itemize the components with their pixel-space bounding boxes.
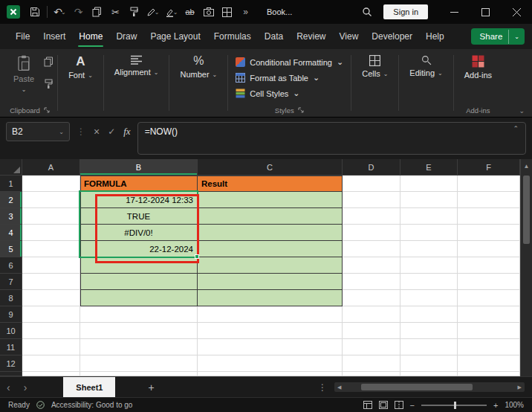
tab-formulas[interactable]: Formulas [207, 25, 258, 48]
horizontal-scrollbar[interactable]: ◀ ▶ [334, 382, 525, 392]
tabbar-kebab-icon[interactable]: ⋮ [311, 382, 334, 393]
cell-C2[interactable] [198, 192, 343, 208]
addins-button[interactable]: Add-ins [458, 54, 499, 81]
tab-page-layout[interactable]: Page Layout [143, 25, 207, 48]
paste-button[interactable]: Paste ⌄ [7, 54, 41, 94]
sheet-nav-right-icon[interactable]: › [17, 382, 34, 393]
page-break-view-icon[interactable] [395, 401, 403, 409]
cell-E1[interactable] [400, 176, 458, 192]
sign-in-button[interactable]: Sign in [383, 4, 428, 19]
cell-A4[interactable] [22, 225, 80, 241]
cell-F3[interactable] [458, 208, 520, 225]
sheet-nav-left-icon[interactable]: ‹ [0, 382, 17, 393]
format-as-table-button[interactable]: Format as Table ⌄ [232, 71, 323, 85]
cell-A7[interactable] [22, 274, 80, 290]
row-header-4[interactable]: 4 [0, 225, 22, 241]
column-header-A[interactable]: A [22, 159, 80, 176]
cell-B4[interactable]: #DIV/0! [80, 225, 198, 241]
zoom-level[interactable]: 100% [505, 401, 524, 409]
highlighter-icon[interactable]: ⌄ [162, 2, 181, 22]
column-header-D[interactable]: D [343, 159, 400, 176]
clipboard-dialog-launcher-icon[interactable] [44, 107, 51, 114]
page-layout-view-icon[interactable] [379, 401, 388, 409]
borders-icon[interactable] [218, 2, 236, 22]
number-menu-button[interactable]: % Number⌄ [173, 54, 224, 80]
add-sheet-button[interactable]: + [148, 382, 154, 393]
cell-D8[interactable] [343, 290, 400, 306]
cell-F6[interactable] [458, 257, 520, 274]
sheet-tab-sheet1[interactable]: Sheet1 [63, 377, 115, 397]
excel-logo[interactable] [7, 5, 20, 19]
conditional-formatting-button[interactable]: Conditional Formatting ⌄ [232, 55, 347, 69]
cell-C4[interactable] [198, 225, 343, 241]
cell-E4[interactable] [400, 225, 458, 241]
close-button[interactable] [501, 0, 532, 24]
draw-pen-icon[interactable]: ⌄ [143, 2, 162, 22]
cell-E8[interactable] [400, 290, 458, 306]
tab-help[interactable]: Help [419, 25, 451, 48]
horizontal-scroll-thumb[interactable] [361, 384, 473, 390]
cell-D2[interactable] [343, 192, 400, 208]
cell-D5[interactable] [343, 241, 400, 257]
enter-icon[interactable]: ✓ [108, 126, 115, 137]
cell-C6[interactable] [198, 257, 343, 274]
copy-icon[interactable] [88, 2, 106, 22]
undo-icon[interactable]: ↶⌄ [51, 2, 69, 22]
camera-icon[interactable] [199, 2, 218, 22]
cell-F11[interactable] [458, 339, 520, 355]
tab-home[interactable]: Home [72, 25, 109, 48]
row-header-1[interactable]: 1 [0, 176, 22, 192]
insert-function-button[interactable]: fx [123, 126, 130, 138]
zoom-slider-thumb[interactable] [454, 402, 456, 409]
cell-B9[interactable] [80, 306, 198, 323]
tab-draw[interactable]: Draw [109, 25, 143, 48]
tab-review[interactable]: Review [290, 25, 332, 48]
select-all-button[interactable] [0, 159, 22, 176]
cell-C1[interactable]: Result [198, 176, 343, 192]
cell-B11[interactable] [80, 339, 198, 355]
cell-C10[interactable] [198, 323, 343, 339]
cell-B1[interactable]: FORMULA [80, 176, 198, 192]
cell-E2[interactable] [400, 192, 458, 208]
cell-A2[interactable] [22, 192, 80, 208]
save-icon[interactable] [25, 2, 44, 22]
cell-D3[interactable] [343, 208, 400, 225]
cell-F4[interactable] [458, 225, 520, 241]
row-header-5[interactable]: 5 [0, 241, 22, 257]
cell-A5[interactable] [22, 241, 80, 257]
cell-C5[interactable] [198, 241, 343, 257]
quick-access-overflow-icon[interactable]: » [236, 2, 255, 22]
name-box[interactable]: B2 ⌄ [6, 122, 70, 141]
cell-A10[interactable] [22, 323, 80, 339]
row-header-10[interactable]: 10 [0, 323, 22, 339]
cell-D6[interactable] [343, 257, 400, 274]
minimize-button[interactable] [438, 0, 470, 24]
name-box-chevron-icon[interactable]: ⌄ [59, 129, 64, 135]
column-header-F[interactable]: F [458, 159, 520, 176]
cell-B10[interactable] [80, 323, 198, 339]
cell-C3[interactable] [198, 208, 343, 225]
column-header-B[interactable]: B [80, 159, 198, 176]
cell-styles-button[interactable]: Cell Styles ⌄ [232, 86, 303, 100]
strikethrough-icon[interactable]: ab [181, 2, 199, 22]
cell-B6[interactable] [80, 257, 198, 274]
row-header-3[interactable]: 3 [0, 208, 22, 225]
cell-F5[interactable] [458, 241, 520, 257]
cell-A6[interactable] [22, 257, 80, 274]
scroll-up-icon[interactable]: ▲ [521, 159, 532, 173]
cancel-icon[interactable]: × [94, 126, 100, 138]
accessibility-status[interactable]: Accessibility: Good to go [51, 401, 133, 409]
row-header-12[interactable]: 12 [0, 355, 22, 372]
cell-F10[interactable] [458, 323, 520, 339]
cell-C7[interactable] [198, 274, 343, 290]
cell-D12[interactable] [343, 355, 400, 372]
row-header-9[interactable]: 9 [0, 306, 22, 323]
cell-E9[interactable] [400, 306, 458, 323]
tab-data[interactable]: Data [258, 25, 290, 48]
cell-C11[interactable] [198, 339, 343, 355]
cell-A12[interactable] [22, 355, 80, 372]
formula-bar-collapse-chevron-icon[interactable]: ⌃ [513, 125, 519, 132]
cell-E10[interactable] [400, 323, 458, 339]
search-icon[interactable] [357, 2, 376, 22]
cell-F7[interactable] [458, 274, 520, 290]
